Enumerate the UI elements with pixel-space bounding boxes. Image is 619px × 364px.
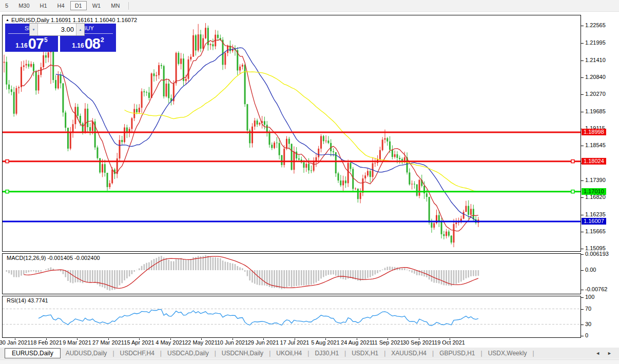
timeframe-button-h1[interactable]: H1 xyxy=(35,1,52,10)
tab-gbpusd-h1[interactable]: GBPUSD,H1 xyxy=(434,349,480,358)
chevron-up-icon: ▲ xyxy=(79,28,82,31)
price-axis-label: 1.16235 xyxy=(585,211,606,217)
hline-price-label: 1.17010 xyxy=(582,188,606,195)
price-axis-label: 1.20840 xyxy=(585,74,606,80)
time-axis-label: 30 Sep 2021 xyxy=(403,339,435,346)
rsi-name: RSI(14) xyxy=(7,297,26,304)
toolbar-separator xyxy=(128,2,129,10)
tab-dj30-h1[interactable]: DJ30,H1 xyxy=(310,349,344,358)
time-axis-label: 4 May 2021 xyxy=(156,339,185,346)
time-axis-label: 18 Feb 2021 xyxy=(30,339,62,346)
time-axis-label: 5 Aug 2021 xyxy=(311,339,340,346)
one-click-trading-panel: SELL 1.16 07 5 BUY 1.16 08 2 ▼ ▲ xyxy=(5,24,116,52)
sell-price-big: 07 xyxy=(28,36,44,51)
axis-tick xyxy=(581,60,584,61)
macd-values: -0.001405 -0.002400 xyxy=(47,255,100,261)
tab-scroll-right-icon[interactable]: ► xyxy=(607,351,612,356)
tab-usdcnh-daily[interactable]: USDCNH,Daily xyxy=(217,349,268,358)
time-axis-label: 19 Oct 2021 xyxy=(434,339,465,346)
time-axis: 30 Jan 202118 Feb 20219 Mar 202127 Mar 2… xyxy=(2,338,581,347)
volume-increase-button[interactable]: ▲ xyxy=(76,24,84,35)
axis-tick xyxy=(581,232,584,232)
tab-eurusd-daily[interactable]: EURUSD,Daily xyxy=(5,348,61,358)
price-axis-label: 1.19685 xyxy=(585,108,606,114)
tab-ukoil-h4[interactable]: UKOil,H4 xyxy=(271,349,307,358)
axis-tick xyxy=(581,297,584,298)
axis-tick xyxy=(581,112,584,112)
hline-price-label: 1.16007 xyxy=(582,218,606,225)
price-axis-label: 1.15665 xyxy=(585,228,606,234)
macd-name: MACD(12,26,9) xyxy=(7,255,46,261)
axis-tick xyxy=(581,43,584,44)
rsi-axis-label: 30 xyxy=(585,321,591,327)
timeframe-button-m30[interactable]: M30 xyxy=(14,1,34,10)
axis-tick xyxy=(581,270,584,271)
time-axis-label: 15 Apr 2021 xyxy=(124,339,154,346)
time-axis-label: 24 Aug 2021 xyxy=(341,339,373,346)
volume-spinner: ▼ ▲ xyxy=(29,23,85,36)
macd-axis-label: 0.006193 xyxy=(585,251,609,257)
tab-xauusd-h4[interactable]: XAUUSD,H4 xyxy=(386,349,432,358)
buy-price-big: 08 xyxy=(85,36,100,51)
time-axis-label: 17 Jul 2021 xyxy=(280,339,310,346)
macd-axis-label: 0.00 xyxy=(585,267,596,273)
chart-tabs-bar: EURUSD,DailyAUDUSD,Daily|USDCHF,H4|USDCA… xyxy=(0,348,619,359)
sell-price-sup: 5 xyxy=(44,36,48,44)
timeframe-button-w1[interactable]: W1 xyxy=(88,1,106,10)
sell-price-prefix: 1.16 xyxy=(15,42,27,49)
volume-decrease-button[interactable]: ▼ xyxy=(30,24,38,35)
time-axis-label: 27 Mar 2021 xyxy=(92,339,124,346)
price-axis-label: 1.21410 xyxy=(585,57,606,63)
rsi-chart[interactable] xyxy=(3,296,581,337)
axis-tick xyxy=(581,309,584,310)
axis-tick xyxy=(581,215,584,215)
sell-price-display: 1.16 07 5 xyxy=(5,34,58,51)
timeframe-button-5[interactable]: 5 xyxy=(1,1,13,10)
axis-tick xyxy=(581,249,584,249)
collapse-arrow-icon[interactable]: ▲ xyxy=(6,18,9,22)
axis-tick xyxy=(581,180,584,181)
macd-label: MACD(12,26,9) -0.001405 -0.002400 xyxy=(7,255,100,261)
buy-price-sup: 2 xyxy=(101,36,104,44)
rsi-axis-label: 70 xyxy=(585,306,591,312)
rsi-axis-label: 0 xyxy=(585,332,588,338)
price-axis-label: 1.17390 xyxy=(585,177,606,183)
price-axis-label: 1.18545 xyxy=(585,142,606,148)
hline-price-label: 1.18024 xyxy=(582,158,606,165)
time-axis-label: 30 Jan 2021 xyxy=(0,339,30,346)
timeframe-button-d1[interactable]: D1 xyxy=(70,1,87,10)
buy-price-prefix: 1.16 xyxy=(72,42,84,49)
timeframe-button-h4[interactable]: H4 xyxy=(53,1,69,10)
tab-audusd-daily[interactable]: AUDUSD,Daily xyxy=(61,349,112,358)
macd-panel[interactable]: MACD(12,26,9) -0.001405 -0.002400 xyxy=(2,253,581,294)
hline-price-label: 1.18998 xyxy=(582,129,606,135)
chart-title-text: EURUSD,Daily 1.16091 1.16161 1.16040 1.1… xyxy=(11,17,137,23)
tab-usdx-weekly[interactable]: USDX,Weekly xyxy=(483,349,532,358)
tab-separator: | xyxy=(532,350,534,357)
axis-tick xyxy=(581,94,584,95)
buy-price-display: 1.16 08 2 xyxy=(60,34,116,51)
volume-input[interactable] xyxy=(38,24,76,35)
price-axis-label: 1.20270 xyxy=(585,91,606,97)
price-axis-label: 1.22565 xyxy=(585,22,606,28)
rsi-panel[interactable]: RSI(14) 43.7741 xyxy=(2,296,581,338)
status-bar xyxy=(0,359,619,364)
time-axis-label: 10 Jun 2021 xyxy=(217,339,248,346)
tab-scroll-left-icon[interactable]: ◄ xyxy=(595,351,600,356)
axis-tick xyxy=(581,77,584,78)
axis-tick xyxy=(581,325,584,325)
chevron-down-icon: ▼ xyxy=(32,28,35,31)
tab-usdchf-h4[interactable]: USDCHF,H4 xyxy=(115,349,160,358)
price-axis-label: 1.21995 xyxy=(585,39,606,46)
tab-usdx-h1[interactable]: USDX,H1 xyxy=(346,349,383,358)
price-axis: 1.225651.219951.214101.208401.202701.196… xyxy=(581,15,619,338)
timeframe-button-mn[interactable]: MN xyxy=(106,1,124,10)
axis-tick xyxy=(581,290,584,290)
time-axis-label: 11 Sep 2021 xyxy=(372,339,403,346)
macd-axis-label: -0.00762 xyxy=(585,286,607,292)
tab-scroll-arrows: ◄► xyxy=(595,351,612,356)
tab-usdcad-daily[interactable]: USDCAD,Daily xyxy=(162,349,214,358)
axis-tick xyxy=(581,26,584,26)
rsi-value: 43.7741 xyxy=(28,297,48,304)
timeframe-toolbar: 5M30H1H4D1W1MN xyxy=(0,0,619,12)
